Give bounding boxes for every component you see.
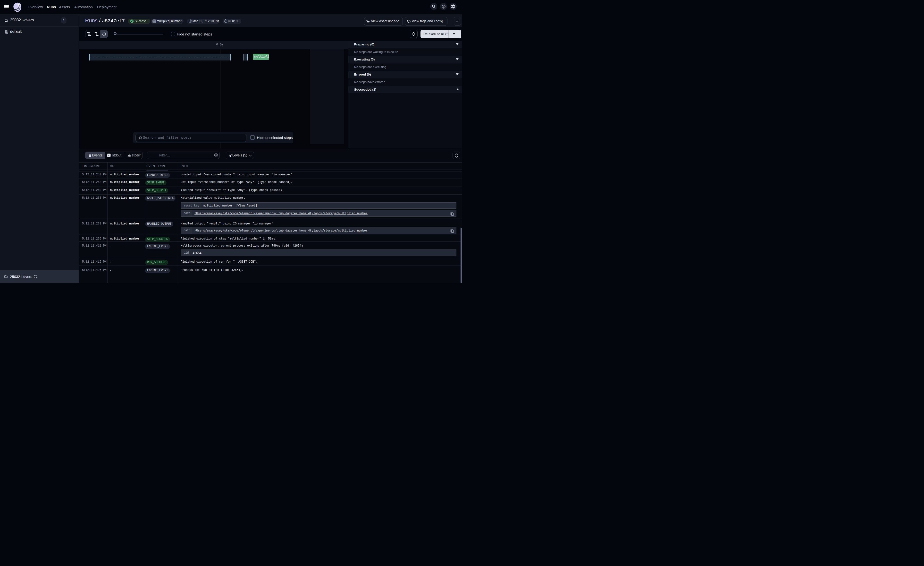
svg-text:?: ? [443,5,444,8]
